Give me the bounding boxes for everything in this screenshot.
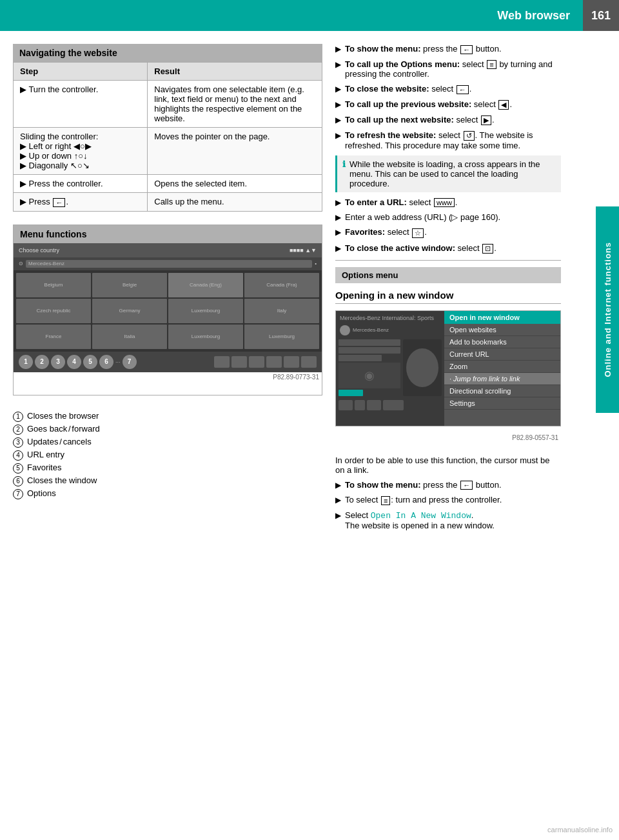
table-row: ▶ Press the control­ler. Opens the selec…	[14, 175, 322, 193]
bullet-text: To close the active window: select ⊡.	[345, 243, 561, 254]
bullet-text: To show the menu: press the ← but­ton.	[345, 44, 561, 54]
options-menu-item: Directional scrolling	[444, 385, 560, 397]
row2-step: Sliding the control­ler: ▶ Left or right…	[14, 128, 148, 175]
options-section-header: Options menu	[335, 267, 561, 283]
legend-list: 1 Closes the browser 2 Goes back / forwa…	[13, 411, 322, 499]
legend-num-6: 6	[13, 476, 23, 486]
bullet-item: ▶ To close the active window: select ⊡.	[335, 243, 561, 254]
legend-num-5: 5	[13, 463, 23, 474]
favorites-icon: ☆	[412, 228, 424, 238]
btn-7: 7	[123, 355, 137, 369]
options-menu-item-jump: · Jump from link to link	[444, 373, 560, 385]
header-bar: Web browser 161	[0, 0, 619, 31]
bullet-text: To select ≡: turn and press the control­…	[345, 495, 561, 505]
info-text: While the website is loading, a cross ap…	[349, 159, 556, 188]
btn-3: 3	[51, 355, 65, 369]
back-icon: ←	[53, 198, 65, 207]
options-screenshot-wrapper: Mercedes-Benz International: Sports Merc…	[335, 310, 561, 455]
list-item: 4 URL entry	[13, 450, 322, 461]
bullet-text: To show the menu: press the ← but­ton.	[345, 480, 561, 490]
options-right-panel: Open in new window Open websites Add to …	[444, 311, 560, 426]
back-icon2: ←	[460, 481, 473, 490]
bullet-item: ▶ Favorites: select ☆.	[335, 227, 561, 237]
menu-screenshot-wrapper: Choose country ■■■■ ▲▼ ⊙ Mercedes-Benz •…	[14, 243, 322, 395]
bullet-arrow: ▶	[335, 198, 341, 207]
nav-table-caption: Navigating the website	[13, 44, 322, 62]
bullet-item: ▶ To enter a URL: select www.	[335, 197, 561, 208]
legend-text-4: URL entry	[27, 450, 64, 459]
refresh-icon: ↺	[464, 131, 475, 141]
menu-functions-box: Menu functions Choose country ■■■■ ▲▼ ⊙ …	[13, 225, 322, 395]
bullet-item: ▶ To call up the next website: select ▶.	[335, 115, 561, 125]
row2-result: Moves the pointer on the page.	[148, 128, 322, 175]
row1-step: ▶ Turn the control­ler.	[14, 81, 148, 128]
sidebar-tab-label: Online and Internet functions	[603, 242, 613, 377]
bullet-item: ▶ To show the menu: press the ← but­ton.	[335, 480, 561, 490]
options-menu-item: Current URL	[444, 348, 560, 361]
page-number: 161	[583, 0, 619, 31]
menu-screenshot: Choose country ■■■■ ▲▼ ⊙ Mercedes-Benz •…	[14, 243, 322, 372]
bullet-arrow: ▶	[335, 495, 341, 505]
row3-step: ▶ Press the control­ler.	[14, 175, 148, 193]
left-column: Navigating the website Step Result ▶ Tur…	[13, 44, 322, 535]
header-title: Web browser	[497, 9, 570, 23]
options-menu-item: Open websites	[444, 324, 560, 336]
legend-num-2: 2	[13, 425, 23, 435]
url-icon: www	[434, 198, 455, 207]
bullet-text: Favorites: select ☆.	[345, 227, 561, 237]
options-menu-item: Add to bookmarks	[444, 336, 560, 348]
legend-text-6: Closes the window	[27, 475, 97, 485]
list-item: 5 Favorites	[13, 463, 322, 474]
bullet-item: In order to be able to use this function…	[335, 455, 561, 475]
options-ref: P82.89-0557-31	[335, 433, 561, 443]
bullet-item: ▶ Select Open In A New Window.The websit…	[335, 510, 561, 530]
legend-num-3: 3	[13, 437, 23, 448]
bullet-arrow: ▶	[335, 131, 341, 140]
watermark: carmanualsoline.info	[547, 826, 613, 834]
btn-1: 1	[19, 355, 33, 369]
prev-icon: ◀	[498, 100, 509, 110]
legend-text-2: Goes back / forward	[27, 424, 100, 434]
list-item: 7 Options	[13, 488, 322, 499]
bullet-arrow: ▶	[335, 85, 341, 94]
bullet-text: To refresh the website: select ↺. The we…	[345, 130, 561, 150]
options-icon2: ≡	[381, 496, 390, 505]
bullet-item: ▶ To close the website: select ←.	[335, 84, 561, 94]
table-row: ▶ Turn the control­ler. Navigates from o…	[14, 81, 322, 128]
sidebar-tab: Online and Internet functions	[596, 206, 619, 413]
bullet-arrow: ▶	[335, 100, 341, 109]
bullet-arrow: ▶	[335, 115, 341, 125]
close-window-icon: ⊡	[482, 244, 493, 254]
btn-6: 6	[99, 355, 113, 369]
open-in-new-link: Open In A New Window	[371, 511, 471, 521]
main-content: Navigating the website Step Result ▶ Tur…	[0, 31, 619, 548]
legend-num-7: 7	[13, 489, 23, 499]
bullet-item: ▶ Enter a web address (URL) (▷ page 160)…	[335, 212, 561, 222]
bullet-text: Select Open In A New Window.The website …	[345, 510, 561, 530]
bullet-arrow: ▶	[335, 511, 341, 520]
info-box: ℹ While the website is loading, a cross …	[335, 155, 561, 192]
legend-text-7: Options	[27, 488, 56, 498]
section-title: Opening in a new window	[335, 290, 561, 304]
bullet-text: To call up the next website: select ▶.	[345, 115, 561, 125]
screenshot-ref: P82.89-0773-31	[14, 372, 322, 382]
bullet-item: ▶ To refresh the website: select ↺. The …	[335, 130, 561, 150]
bullet-arrow: ▶	[335, 213, 341, 222]
list-item: 3 Updates / cancels	[13, 437, 322, 448]
legend-text-3: Updates / cancels	[27, 437, 92, 446]
legend-text-5: Favorites	[27, 463, 61, 472]
bullet-item: ▶ To select ≡: turn and press the contro…	[335, 495, 561, 505]
legend-num-1: 1	[13, 412, 23, 422]
bullet-text: To call up the Options menu: select ≡ by…	[345, 59, 561, 79]
bullet-text: To enter a URL: select www.	[345, 197, 561, 208]
bullet-item: ▶ To call up the Options menu: select ≡ …	[335, 59, 561, 79]
bullet-item: ▶ To show the menu: press the ← but­ton.	[335, 44, 561, 54]
bullet-text: In order to be able to use this function…	[335, 455, 561, 475]
bullet-text: To close the website: select ←.	[345, 84, 561, 94]
list-item: 1 Closes the browser	[13, 411, 322, 422]
bullet-arrow: ▶	[335, 481, 341, 490]
bullet-arrow: ▶	[335, 60, 341, 69]
options-menu-header: Open in new window	[444, 311, 560, 324]
bullet-arrow: ▶	[335, 45, 341, 54]
right-column: ▶ To show the menu: press the ← but­ton.…	[335, 44, 587, 535]
